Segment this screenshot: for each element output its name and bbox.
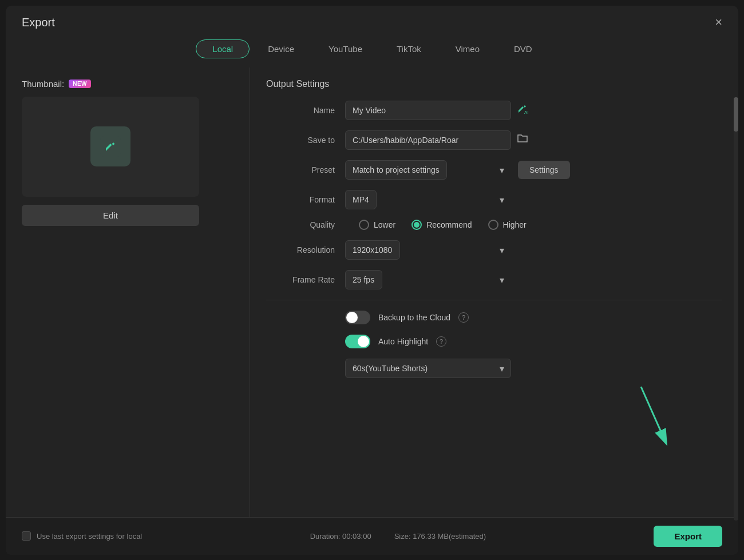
edit-button[interactable]: Edit [22, 205, 199, 226]
folder-button[interactable] [517, 134, 528, 146]
auto-highlight-help-icon[interactable]: ? [436, 336, 446, 347]
edit-pencil-icon [100, 136, 121, 157]
folder-icon [517, 134, 528, 143]
highlight-duration-select[interactable]: 60s(YouTube Shorts) [345, 359, 511, 378]
radio-higher-outer [488, 220, 498, 230]
quality-recommend-label: Recommend [426, 220, 472, 229]
scrollbar-thumb[interactable] [734, 97, 738, 132]
use-last-settings-checkbox[interactable] [22, 531, 31, 541]
tab-device[interactable]: Device [252, 39, 310, 58]
left-panel: Thumbnail: NEW Edit [22, 67, 234, 517]
right-panel: Output Settings Name AI Save to [266, 67, 722, 517]
svg-text:AI: AI [524, 110, 529, 115]
preset-select[interactable]: Match to project settings [345, 160, 447, 180]
backup-toggle[interactable] [345, 311, 370, 324]
frame-rate-row: Frame Rate 25 fps [266, 270, 722, 289]
thumbnail-icon [90, 126, 130, 166]
save-to-input[interactable] [345, 130, 511, 150]
format-select[interactable]: MP4 [345, 190, 377, 209]
radio-recommend-inner [414, 222, 420, 228]
footer-left: Use last export settings for local [22, 531, 142, 541]
output-settings-title: Output Settings [266, 79, 722, 89]
name-row: Name AI [266, 101, 722, 120]
frame-rate-select[interactable]: 25 fps [345, 270, 382, 289]
backup-help-icon[interactable]: ? [458, 312, 469, 323]
tab-tiktok[interactable]: TikTok [381, 39, 437, 58]
preset-select-wrapper: Match to project settings [345, 160, 511, 180]
quality-label: Quality [266, 220, 335, 229]
scrollbar-track [734, 97, 738, 521]
tab-dvd[interactable]: DVD [498, 39, 548, 58]
quality-higher[interactable]: Higher [488, 220, 527, 230]
main-content: Thumbnail: NEW Edit Output Settings N [6, 67, 738, 517]
thumbnail-text: Thumbnail: [22, 79, 64, 89]
tab-vimeo[interactable]: Vimeo [440, 39, 496, 58]
quality-recommend[interactable]: Recommend [411, 220, 472, 230]
backup-row: Backup to the Cloud ? [266, 311, 722, 324]
resolution-row: Resolution 1920x1080 [266, 240, 722, 260]
quality-lower[interactable]: Lower [359, 220, 395, 230]
footer: Use last export settings for local Durat… [6, 517, 738, 555]
ai-button[interactable]: AI [517, 102, 529, 118]
vertical-divider [250, 67, 250, 517]
quality-lower-label: Lower [374, 220, 395, 229]
tab-local[interactable]: Local [196, 39, 250, 58]
radio-recommend-outer [411, 220, 422, 230]
use-last-settings-label: Use last export settings for local [37, 532, 142, 541]
dialog-title: Export [22, 16, 55, 29]
size-info: Size: 176.33 MB(estimated) [394, 532, 486, 541]
ai-pencil-icon: AI [517, 102, 529, 115]
tab-youtube[interactable]: YouTube [312, 39, 378, 58]
auto-highlight-toggle-knob [358, 336, 369, 347]
thumbnail-label: Thumbnail: NEW [22, 79, 234, 89]
thumbnail-preview [22, 97, 199, 197]
format-select-wrapper: MP4 [345, 190, 511, 209]
footer-info: Duration: 00:03:00 Size: 176.33 MB(estim… [310, 532, 486, 541]
highlight-duration-wrapper: 60s(YouTube Shorts) [345, 359, 511, 378]
export-button[interactable]: Export [654, 526, 722, 547]
quality-radio-group: Lower Recommend Higher [359, 220, 527, 230]
auto-highlight-toggle[interactable] [345, 335, 370, 348]
save-to-row: Save to [266, 130, 722, 150]
settings-button[interactable]: Settings [518, 161, 570, 179]
preset-label: Preset [266, 165, 335, 174]
resolution-label: Resolution [266, 245, 335, 255]
new-badge: NEW [69, 80, 91, 88]
preset-row: Preset Match to project settings Setting… [266, 160, 722, 180]
tab-bar: Local Device YouTube TikTok Vimeo DVD [6, 35, 738, 67]
auto-highlight-row: Auto Highlight ? [266, 335, 722, 348]
backup-toggle-knob [346, 312, 358, 323]
close-button[interactable]: × [715, 16, 722, 29]
duration-info: Duration: 00:03:00 [310, 532, 371, 541]
resolution-select[interactable]: 1920x1080 [345, 240, 400, 260]
name-input[interactable] [345, 101, 511, 120]
save-to-label: Save to [266, 136, 335, 145]
radio-lower-outer [359, 220, 369, 230]
export-dialog: Export × Local Device YouTube TikTok Vim… [6, 6, 738, 555]
backup-label: Backup to the Cloud [378, 313, 450, 322]
name-label: Name [266, 106, 335, 115]
quality-higher-label: Higher [503, 220, 527, 229]
quality-row: Quality Lower Recommend Higher [266, 220, 722, 230]
frame-rate-select-wrapper: 25 fps [345, 270, 511, 289]
dialog-header: Export × [6, 6, 738, 35]
format-label: Format [266, 195, 335, 204]
horizontal-divider [266, 300, 722, 300]
frame-rate-label: Frame Rate [266, 275, 335, 284]
auto-highlight-label: Auto Highlight [378, 337, 428, 346]
format-row: Format MP4 [266, 190, 722, 209]
resolution-select-wrapper: 1920x1080 [345, 240, 511, 260]
